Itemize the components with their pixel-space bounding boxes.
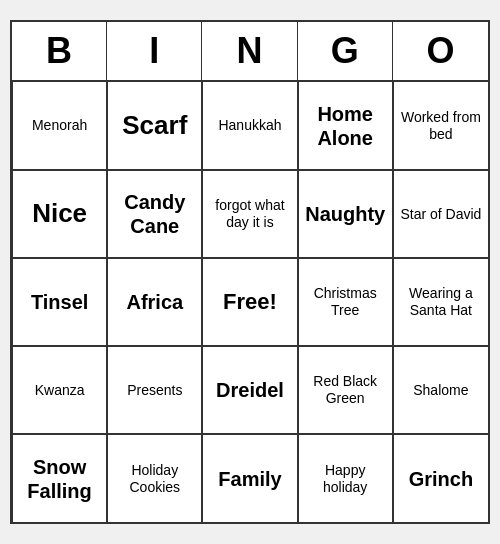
bingo-cell: Dreidel xyxy=(202,346,297,434)
bingo-cell: Holiday Cookies xyxy=(107,434,202,522)
bingo-cell: Wearing a Santa Hat xyxy=(393,258,488,346)
bingo-cell: Kwanza xyxy=(12,346,107,434)
bingo-cell: Free! xyxy=(202,258,297,346)
bingo-cell: Hanukkah xyxy=(202,82,297,170)
bingo-cell: Family xyxy=(202,434,297,522)
bingo-cell: Presents xyxy=(107,346,202,434)
header-letter: G xyxy=(298,22,393,80)
bingo-cell: Tinsel xyxy=(12,258,107,346)
bingo-cell: Red Black Green xyxy=(298,346,393,434)
bingo-cell: forgot what day it is xyxy=(202,170,297,258)
header-letter: N xyxy=(202,22,297,80)
bingo-grid: MenorahScarfHanukkahHome AloneWorked fro… xyxy=(12,82,488,522)
bingo-cell: Scarf xyxy=(107,82,202,170)
header-letter: O xyxy=(393,22,488,80)
header-letter: I xyxy=(107,22,202,80)
bingo-cell: Nice xyxy=(12,170,107,258)
bingo-cell: Shalome xyxy=(393,346,488,434)
bingo-cell: Africa xyxy=(107,258,202,346)
bingo-cell: Happy holiday xyxy=(298,434,393,522)
bingo-cell: Grinch xyxy=(393,434,488,522)
bingo-cell: Home Alone xyxy=(298,82,393,170)
bingo-cell: Snow Falling xyxy=(12,434,107,522)
bingo-header: BINGO xyxy=(12,22,488,82)
bingo-cell: Star of David xyxy=(393,170,488,258)
bingo-cell: Candy Cane xyxy=(107,170,202,258)
bingo-cell: Naughty xyxy=(298,170,393,258)
bingo-cell: Christmas Tree xyxy=(298,258,393,346)
bingo-cell: Menorah xyxy=(12,82,107,170)
header-letter: B xyxy=(12,22,107,80)
bingo-card: BINGO MenorahScarfHanukkahHome AloneWork… xyxy=(10,20,490,524)
bingo-cell: Worked from bed xyxy=(393,82,488,170)
